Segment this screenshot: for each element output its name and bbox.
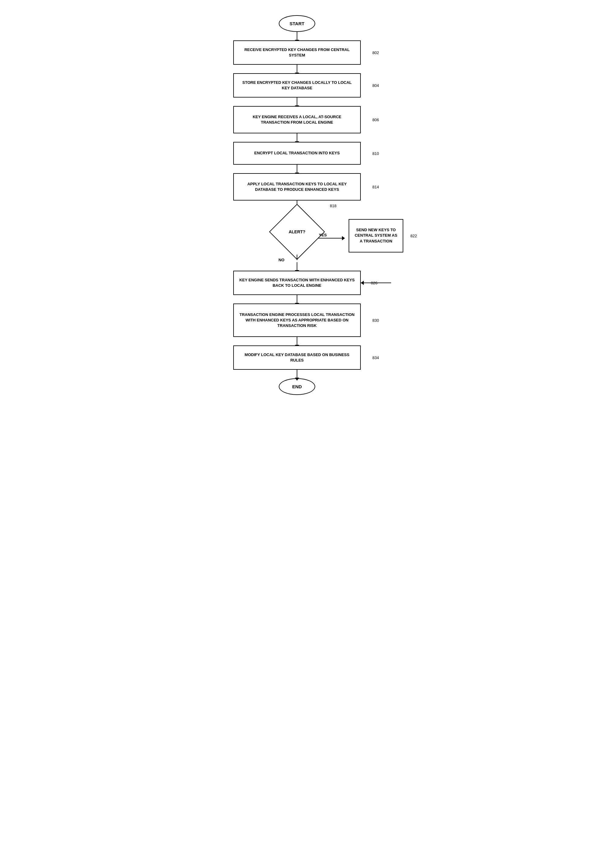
start-oval: START [279, 15, 315, 32]
step-806-text: KEY ENGINE RECEIVES A LOCAL, AT-SOURCE T… [239, 114, 355, 125]
ref-830: 830 [372, 318, 379, 323]
ref-810: 810 [372, 151, 379, 155]
step-822: SEND NEW KEYS TO CENTRAL SYSTEM AS A TRA… [349, 219, 403, 252]
arrow-4 [297, 133, 297, 142]
arrow-10 [297, 370, 297, 378]
step-810-text: ENCRYPT LOCAL TRANSACTION INTO KEYS [254, 151, 339, 156]
step-802-wrapper: RECEIVE ENCRYPTED KEY CHANGES FROM CENTR… [233, 40, 361, 65]
yes-arrow [318, 238, 343, 239]
arrow-3 [297, 97, 297, 106]
ref-818: 818 [330, 204, 336, 208]
step-822-wrapper: SEND NEW KEYS TO CENTRAL SYSTEM AS A TRA… [349, 219, 403, 252]
end-label: END [292, 384, 302, 389]
end-oval: END [279, 378, 315, 395]
arrow-5 [297, 165, 297, 173]
step-810-wrapper: ENCRYPT LOCAL TRANSACTION INTO KEYS 810 [233, 142, 361, 165]
arrow-1 [297, 32, 297, 40]
step-814-wrapper: APPLY LOCAL TRANSACTION KEYS TO LOCAL KE… [233, 173, 361, 201]
step-830: TRANSACTION ENGINE PROCESSES LOCAL TRANS… [233, 304, 361, 337]
yes-label: YES [319, 233, 327, 237]
ref-802: 802 [372, 50, 379, 55]
step-830-text: TRANSACTION ENGINE PROCESSES LOCAL TRANS… [239, 312, 355, 329]
no-arrow-line [297, 255, 297, 260]
step-822-text: SEND NEW KEYS TO CENTRAL SYSTEM AS A TRA… [354, 227, 398, 244]
no-branch-flow: KEY ENGINE SENDS TRANSACTION WITH ENHANC… [233, 262, 361, 378]
arrow-7 [297, 262, 297, 271]
ref-804: 804 [372, 83, 379, 88]
arrow-9 [297, 337, 297, 345]
step-806: KEY ENGINE RECEIVES A LOCAL, AT-SOURCE T… [233, 106, 361, 133]
step-826: KEY ENGINE SENDS TRANSACTION WITH ENHANC… [233, 271, 361, 295]
step-814-text: APPLY LOCAL TRANSACTION KEYS TO LOCAL KE… [239, 182, 355, 192]
ref-822: 822 [410, 233, 417, 238]
step-810: ENCRYPT LOCAL TRANSACTION INTO KEYS [233, 142, 361, 165]
arrow-8 [297, 295, 297, 304]
ref-826: 826 [371, 281, 377, 285]
start-label: START [290, 21, 305, 26]
diamond-row: ALERT? 818 NO YES SEND NEW K [191, 209, 403, 262]
step-834-text: MODIFY LOCAL KEY DATABASE BASED ON BUSIN… [239, 352, 355, 363]
step-806-wrapper: KEY ENGINE RECEIVES A LOCAL, AT-SOURCE T… [233, 106, 361, 133]
step-830-wrapper: TRANSACTION ENGINE PROCESSES LOCAL TRANS… [233, 304, 361, 337]
no-label: NO [279, 258, 284, 262]
step-804-wrapper: STORE ENCRYPTED KEY CHANGES LOCALLY TO L… [233, 73, 361, 97]
826-arrow-head [361, 281, 364, 285]
yes-branch: YES SEND NEW KEYS TO CENTRAL SYSTEM AS A… [318, 219, 403, 252]
ref-834: 834 [372, 356, 379, 360]
step-814: APPLY LOCAL TRANSACTION KEYS TO LOCAL KE… [233, 173, 361, 201]
step-834: MODIFY LOCAL KEY DATABASE BASED ON BUSIN… [233, 345, 361, 370]
step-802: RECEIVE ENCRYPTED KEY CHANGES FROM CENTR… [233, 40, 361, 65]
step-802-text: RECEIVE ENCRYPTED KEY CHANGES FROM CENTR… [239, 47, 355, 58]
diamond-818-container: ALERT? 818 NO [274, 209, 320, 262]
step-804-text: STORE ENCRYPTED KEY CHANGES LOCALLY TO L… [239, 80, 355, 91]
step-826-text: KEY ENGINE SENDS TRANSACTION WITH ENHANC… [239, 278, 355, 288]
step-834-wrapper: MODIFY LOCAL KEY DATABASE BASED ON BUSIN… [233, 345, 361, 370]
ref-814: 814 [372, 185, 379, 189]
diagram-container: START RECEIVE ENCRYPTED KEY CHANGES FROM… [191, 6, 403, 404]
step-804: STORE ENCRYPTED KEY CHANGES LOCALLY TO L… [233, 73, 361, 97]
step-826-wrapper: KEY ENGINE SENDS TRANSACTION WITH ENHANC… [233, 271, 361, 295]
arrow-2 [297, 65, 297, 73]
ref-806: 806 [372, 118, 379, 122]
diamond-818-text: ALERT? [289, 229, 305, 234]
diamond-818: ALERT? [274, 209, 320, 255]
